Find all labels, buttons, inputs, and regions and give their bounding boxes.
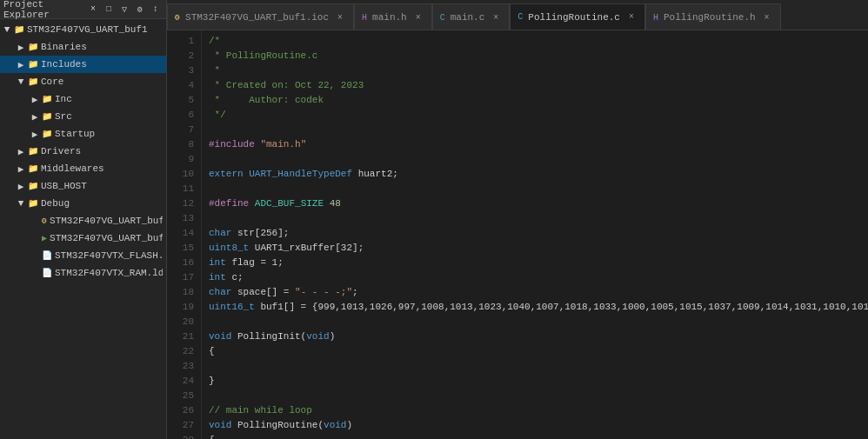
line-num-21: 21 [170, 329, 194, 344]
code-line-20 [209, 315, 861, 329]
tree-item-includes[interactable]: ▶📁 Includes [0, 56, 166, 73]
minimize-icon[interactable]: □ [102, 3, 116, 17]
tree-item-middlewares[interactable]: ▶📁 Middlewares [0, 160, 166, 177]
line-num-5: 5 [170, 93, 194, 108]
tree-arrow-binaries: ▶ [14, 42, 28, 53]
panel-header: Project Explorer × □ ▽ ⚙ ↕ [0, 0, 166, 19]
tree-item-file2[interactable]: ▶ STM32F407VG_UART_buf1 Debug.launch [0, 229, 166, 247]
folder-icon: 📁 [28, 198, 38, 209]
folder-icon: 📁 [28, 59, 38, 70]
code-line-12: #define ADC_BUF_SIZE 48 [209, 196, 861, 211]
line-num-14: 14 [170, 226, 194, 241]
tab-mainh[interactable]: Hmain.h× [354, 3, 432, 30]
tree-item-src[interactable]: ▶📁 Src [0, 108, 166, 125]
tree-arrow-root: ▼ [0, 24, 14, 35]
tab-icon-pollingroutinec: C [517, 12, 523, 22]
tree-label: 📁 Inc [42, 94, 72, 104]
code-content[interactable]: /* * PollingRoutine.c * * Created on: Oc… [202, 30, 868, 439]
folder-icon: 📁 [28, 42, 38, 52]
editor-area[interactable]: 1234567891011121314151617181920212223242… [167, 30, 868, 439]
tree-label: ▶ STM32F407VG_UART_buf1 Debug.launch [42, 233, 163, 243]
tree-item-file1[interactable]: ⚙ STM32F407VG_UART_buf1.ioc [0, 212, 166, 229]
code-line-27: void PollingRoutine(void) [209, 418, 861, 433]
code-line-3: * [209, 63, 861, 78]
code-line-5: * Author: codek [209, 93, 861, 108]
line-num-16: 16 [170, 256, 194, 270]
tab-icon-mainh: H [362, 13, 367, 23]
panel-icons: × □ ▽ ⚙ ↕ [86, 3, 163, 17]
folder-icon: 📁 [14, 24, 24, 35]
folder-icon: 📁 [28, 146, 38, 156]
line-num-11: 11 [170, 182, 194, 196]
tree-item-startup[interactable]: ▶📁 Startup [0, 125, 166, 143]
line-num-28: 28 [170, 433, 194, 439]
tree-item-root[interactable]: ▼📁 STM32F407VG_UART_buf1 [0, 21, 166, 38]
code-line-1: /* [209, 34, 861, 49]
launch-icon: ▶ [42, 233, 47, 243]
tab-label-mainh: main.h [372, 12, 407, 23]
tab-mainc[interactable]: Cmain.c× [432, 3, 511, 30]
tab-ioc[interactable]: ⚙STM32F407VG_UART_buf1.ioc× [167, 3, 354, 30]
tree-item-file4[interactable]: 📄 STM32F407VTX_RAM.ld [0, 264, 166, 282]
folder-icon: 📁 [28, 76, 38, 87]
collapse-all-icon[interactable]: ↕ [149, 3, 163, 17]
tree-item-file3[interactable]: 📄 STM32F407VTX_FLASH.ld [0, 247, 166, 264]
panel-title: Project Explorer [3, 0, 83, 20]
code-line-22: { [209, 344, 861, 359]
line-num-3: 3 [170, 63, 194, 78]
tree-label: 📄 STM32F407VTX_RAM.ld [42, 268, 163, 278]
code-line-6: */ [209, 108, 861, 123]
ld-icon: 📄 [42, 250, 52, 261]
ioc-icon: ⚙ [42, 216, 47, 226]
code-line-11 [209, 182, 861, 196]
folder-icon: 📁 [42, 111, 52, 122]
tree-arrow-core: ▼ [14, 76, 28, 87]
tab-close-mainh[interactable]: × [412, 11, 424, 23]
tab-close-pollingroutineh[interactable]: × [761, 11, 773, 23]
tab-label-mainc: main.c [451, 12, 485, 23]
tree-item-inc[interactable]: ▶📁 Inc [0, 90, 166, 108]
tab-icon-mainc: C [440, 13, 445, 23]
code-line-18: char space[] = "- - - -;"; [209, 285, 861, 300]
tab-close-pollingroutinec[interactable]: × [625, 11, 638, 23]
line-num-12: 12 [170, 196, 194, 211]
tree-item-binaries[interactable]: ▶📁 Binaries [0, 38, 166, 56]
tree-item-core[interactable]: ▼📁 Core [0, 73, 166, 90]
tree-label: 📁 Debug [28, 198, 70, 209]
tab-pollingroutinec[interactable]: CPollingRoutine.c× [510, 3, 645, 30]
code-line-10: extern UART_HandleTypeDef huart2; [209, 167, 861, 182]
filter-icon[interactable]: ▽ [117, 3, 131, 17]
line-num-2: 2 [170, 49, 194, 63]
tree-label: 📁 Drivers [28, 146, 81, 156]
close-panel-icon[interactable]: × [86, 3, 100, 17]
folder-icon: 📁 [28, 163, 38, 174]
settings-icon[interactable]: ⚙ [133, 3, 147, 17]
line-num-17: 17 [170, 270, 194, 285]
tab-close-mainc[interactable]: × [490, 11, 502, 23]
editor-panel: ⚙STM32F407VG_UART_buf1.ioc×Hmain.h×Cmain… [167, 0, 868, 439]
project-explorer-panel: Project Explorer × □ ▽ ⚙ ↕ ▼📁 STM32F407V… [0, 0, 167, 439]
code-line-26: // main while loop [209, 403, 861, 418]
code-line-13 [209, 211, 861, 226]
line-num-13: 13 [170, 211, 194, 226]
ld-icon: 📄 [42, 268, 52, 278]
line-num-19: 19 [170, 300, 194, 315]
tree-label: 📁 Includes [28, 59, 87, 70]
line-numbers: 1234567891011121314151617181920212223242… [167, 30, 202, 439]
file-tree: ▼📁 STM32F407VG_UART_buf1▶📁 Binaries▶📁 In… [0, 19, 166, 439]
code-line-4: * Created on: Oct 22, 2023 [209, 78, 861, 93]
tab-pollingroutineh[interactable]: HPollingRoutine.h× [645, 3, 781, 30]
line-num-24: 24 [170, 374, 194, 389]
code-line-9 [209, 152, 861, 167]
tree-arrow-middlewares: ▶ [14, 163, 28, 175]
tab-icon-ioc: ⚙ [175, 12, 180, 23]
code-line-8: #include "main.h" [209, 137, 861, 152]
tree-arrow-inc: ▶ [28, 94, 42, 105]
line-num-22: 22 [170, 344, 194, 359]
tree-label: 📁 STM32F407VG_UART_buf1 [14, 24, 148, 35]
tree-item-usbhost[interactable]: ▶📁 USB_HOST [0, 177, 166, 195]
tree-item-drivers[interactable]: ▶📁 Drivers [0, 143, 166, 160]
code-line-16: int flag = 1; [209, 256, 861, 270]
tree-item-debug[interactable]: ▼📁 Debug [0, 195, 166, 212]
tab-close-ioc[interactable]: × [334, 11, 346, 23]
